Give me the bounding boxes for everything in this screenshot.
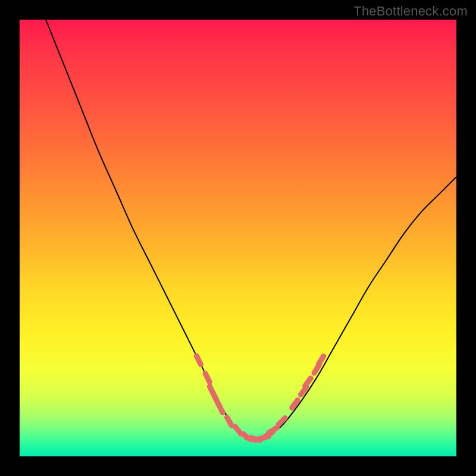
plot-area	[20, 20, 456, 456]
highlight-dot	[227, 417, 231, 425]
highlight-dot	[235, 427, 241, 434]
chart-frame: TheBottleneck.com	[0, 0, 476, 476]
highlight-dot	[196, 356, 201, 364]
highlight-dot	[305, 378, 311, 386]
highlight-dots	[196, 356, 323, 440]
bottleneck-curve-path	[46, 20, 456, 440]
highlight-dot	[269, 428, 277, 433]
highlight-dot	[318, 356, 323, 365]
highlight-dot	[218, 404, 223, 412]
curve-svg	[20, 20, 456, 456]
highlight-dot	[205, 374, 209, 382]
bottleneck-curve	[46, 20, 456, 440]
watermark-text: TheBottleneck.com	[353, 4, 468, 19]
